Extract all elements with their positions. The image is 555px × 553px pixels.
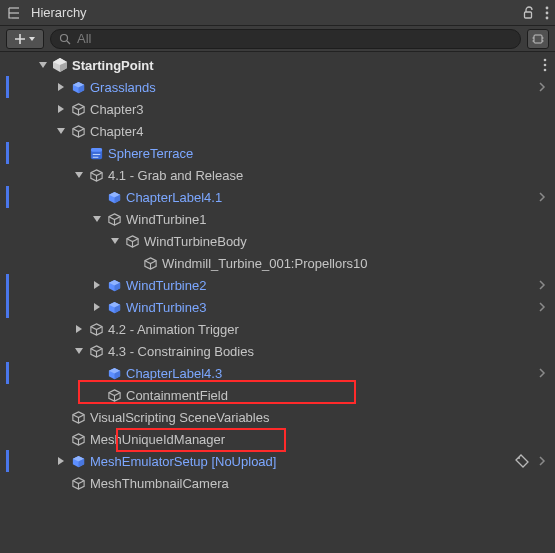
tree-item-label: Windmill_Turbine_001:Propellors10 [162,256,367,271]
chevron-right-icon[interactable] [537,302,547,312]
lock-icon[interactable] [521,6,535,20]
tree-item-label: WindTurbine2 [126,278,206,293]
twisty-icon[interactable] [90,300,104,314]
guide-bar [6,164,9,186]
guide-bar [6,274,9,296]
guide-bar [6,142,9,164]
twisty-icon[interactable] [54,454,68,468]
tree-row[interactable]: ContainmentField [0,384,555,406]
twisty-icon[interactable] [36,58,50,72]
tree-row[interactable]: WindTurbine3 [0,296,555,318]
tree-item-label: VisualScripting SceneVariables [90,410,269,425]
guide-bar [6,318,9,340]
twisty-icon[interactable] [72,344,86,358]
tree-row[interactable]: WindTurbine2 [0,274,555,296]
tree-item-label: WindTurbineBody [144,234,247,249]
cube-icon [70,123,86,139]
tree-row[interactable]: VisualScripting SceneVariables [0,406,555,428]
scene-row[interactable]: StartingPoint [0,54,555,76]
chevron-right-icon[interactable] [537,280,547,290]
prefab-cube-icon [70,79,86,95]
tag-icon[interactable] [515,454,529,468]
tree-row[interactable]: SphereTerrace [0,142,555,164]
tree-row[interactable]: Chapter4 [0,120,555,142]
panel-title: Hierarchy [31,5,87,20]
plus-icon [14,33,26,45]
tree-row[interactable]: Grasslands [0,76,555,98]
cube-icon [70,431,86,447]
twisty-icon[interactable] [72,322,86,336]
guide-bar [6,428,9,450]
search-placeholder: All [77,31,91,46]
hierarchy-tree[interactable]: StartingPoint GrasslandsChapter3Chapter4… [0,52,555,553]
chevron-right-icon[interactable] [537,456,547,466]
twisty-icon[interactable] [54,80,68,94]
tree-row[interactable]: MeshUniqueIdManager [0,428,555,450]
guide-bar [6,252,9,274]
tree-row[interactable]: ChapterLabel4.1 [0,186,555,208]
tree-item-label: ChapterLabel4.1 [126,190,222,205]
guide-bar [6,230,9,252]
search-filter-button[interactable] [527,29,549,49]
guide-bar [6,384,9,406]
svg-point-6 [546,16,549,19]
svg-point-7 [61,34,68,41]
tree-item-label: WindTurbine1 [126,212,206,227]
tree-item-label: MeshThumbnailCamera [90,476,229,491]
prefab-cube-icon [106,299,122,315]
tree-row[interactable]: WindTurbine1 [0,208,555,230]
chevron-right-icon[interactable] [537,192,547,202]
scene-label: StartingPoint [72,58,154,73]
create-dropdown[interactable] [6,29,44,49]
cube-icon [106,211,122,227]
tree-row[interactable]: 4.3 - Constraining Bodies [0,340,555,362]
tree-item-label: MeshEmulatorSetup [NoUpload] [90,454,276,469]
tree-row[interactable]: MeshThumbnailCamera [0,472,555,494]
svg-point-19 [544,69,547,72]
tree-item-label: ContainmentField [126,388,228,403]
guide-bar [6,296,9,318]
chevron-down-icon [28,35,36,43]
twisty-icon[interactable] [108,234,122,248]
prefab-cube-icon [106,277,122,293]
tree-item-label: 4.1 - Grab and Release [108,168,243,183]
guide-bar [6,472,9,494]
twisty-icon[interactable] [72,168,86,182]
tree-item-label: Grasslands [90,80,156,95]
chevron-right-icon[interactable] [537,368,547,378]
hierarchy-icon [6,5,22,21]
twisty-icon[interactable] [54,124,68,138]
tree-row[interactable]: 4.1 - Grab and Release [0,164,555,186]
guide-bar [6,208,9,230]
svg-point-4 [546,6,549,9]
tree-row[interactable]: Windmill_Turbine_001:Propellors10 [0,252,555,274]
unity-icon [52,57,68,73]
panel-menu-icon[interactable] [545,6,549,20]
search-input[interactable]: All [50,29,521,49]
guide-bar [6,406,9,428]
prefab-cube-icon [70,453,86,469]
tree-row[interactable]: 4.2 - Animation Trigger [0,318,555,340]
prefab-cube-icon [106,189,122,205]
tree-item-label: WindTurbine3 [126,300,206,315]
cube-icon [70,101,86,117]
twisty-icon[interactable] [90,278,104,292]
row-menu-icon[interactable] [543,58,547,72]
twisty-icon[interactable] [90,212,104,226]
script-icon [88,145,104,161]
guide-bar [6,120,9,142]
svg-point-17 [544,59,547,62]
chevron-right-icon[interactable] [537,82,547,92]
guide-bar [6,340,9,362]
twisty-icon[interactable] [54,102,68,116]
svg-rect-9 [534,35,542,43]
tree-row[interactable]: WindTurbineBody [0,230,555,252]
tree-row[interactable]: ChapterLabel4.3 [0,362,555,384]
tree-row[interactable]: MeshEmulatorSetup [NoUpload] [0,450,555,472]
chip-icon [532,33,544,45]
cube-icon [70,409,86,425]
cube-icon [88,343,104,359]
guide-bar [6,362,9,384]
tree-row[interactable]: Chapter3 [0,98,555,120]
tree-item-label: MeshUniqueIdManager [90,432,225,447]
